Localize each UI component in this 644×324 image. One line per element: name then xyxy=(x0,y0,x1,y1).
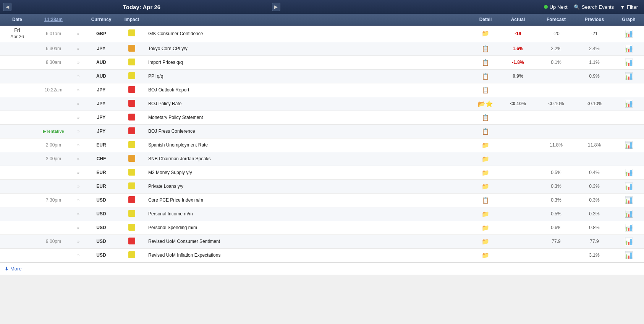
top-bar: ◀ Today: Apr 26 ▶ Up Next 🔍 Search Event… xyxy=(0,0,644,14)
table-row[interactable]: » USD Personal Spending m/m 📁 0.6% 0.8% … xyxy=(0,221,644,235)
next-arrow[interactable]: ▶ xyxy=(272,3,280,11)
event-previous: 2.4% xyxy=(575,44,613,53)
event-previous: 0.4% xyxy=(575,168,613,177)
event-graph[interactable]: 📊 xyxy=(613,181,644,192)
event-name[interactable]: Monetary Policy Statement xyxy=(145,113,472,122)
event-detail[interactable]: 📁 xyxy=(472,154,499,164)
more-link[interactable]: ⬇ More xyxy=(0,262,644,275)
col-header-speaker xyxy=(73,14,84,25)
table-row[interactable]: » USD Personal Income m/m 📁 0.5% 0.3% 📊 xyxy=(0,207,644,221)
event-name[interactable]: SNB Chairman Jordan Speaks xyxy=(145,155,472,163)
event-name[interactable]: Tokyo Core CPI y/y xyxy=(145,44,472,53)
event-detail[interactable]: 📋 xyxy=(472,126,499,137)
event-detail[interactable]: 📁 xyxy=(472,140,499,150)
event-detail[interactable]: 📁 xyxy=(472,168,499,178)
event-name[interactable]: Import Prices q/q xyxy=(145,58,472,67)
event-forecast: 77.9 xyxy=(537,237,575,246)
table-row[interactable]: 7:30pm » USD Core PCE Price Index m/m 📋 … xyxy=(0,194,644,207)
event-name[interactable]: Revised UoM Consumer Sentiment xyxy=(145,237,472,246)
event-detail[interactable]: 📁 xyxy=(472,250,499,261)
event-detail[interactable]: 📋 xyxy=(472,44,499,54)
event-name[interactable]: BOJ Press Conference xyxy=(145,127,472,135)
table-row[interactable]: » AUD PPI q/q 📋 0.9% 0.9% 📊 xyxy=(0,70,644,83)
event-graph[interactable]: 📊 xyxy=(613,139,644,151)
event-detail[interactable]: 📋 xyxy=(472,112,499,123)
event-detail[interactable]: 📁 xyxy=(472,28,499,39)
event-actual xyxy=(499,254,537,257)
event-graph[interactable]: 📊 xyxy=(613,28,644,39)
event-graph[interactable]: 📊 xyxy=(613,222,644,233)
event-graph[interactable] xyxy=(613,88,644,91)
event-currency: EUR xyxy=(84,141,118,149)
event-graph[interactable] xyxy=(613,130,644,133)
search-events-button[interactable]: 🔍 Search Events xyxy=(571,3,617,11)
table-row[interactable]: 6:30am » JPY Tokyo Core CPI y/y 📋 1.6% 2… xyxy=(0,42,644,56)
event-previous: 0.3% xyxy=(575,210,613,218)
event-name[interactable]: Personal Income m/m xyxy=(145,210,472,218)
event-name[interactable]: GfK Consumer Confidence xyxy=(145,29,472,38)
event-graph[interactable]: 📊 xyxy=(613,57,644,68)
event-detail[interactable]: 📁 xyxy=(472,223,499,233)
event-detail[interactable]: 📂⭐ xyxy=(472,99,499,109)
event-name[interactable]: Revised UoM Inflation Expectations xyxy=(145,251,472,259)
event-graph[interactable]: 📊 xyxy=(613,70,644,82)
event-detail[interactable]: 📋 xyxy=(472,57,499,68)
prev-arrow[interactable]: ◀ xyxy=(3,3,11,11)
event-speaker: » xyxy=(73,224,84,231)
filter-icon: ▼ xyxy=(620,4,625,10)
event-detail[interactable]: 📁 xyxy=(472,209,499,219)
event-speaker: » xyxy=(73,182,84,190)
event-impact xyxy=(118,71,145,82)
event-speaker: » xyxy=(73,141,84,149)
table-row[interactable]: » USD Revised UoM Inflation Expectations… xyxy=(0,249,644,262)
event-speaker: » xyxy=(73,86,84,94)
event-graph[interactable]: 📊 xyxy=(613,167,644,178)
event-graph[interactable]: 📊 xyxy=(613,98,644,109)
table-row[interactable]: FriApr 26 6:01am » GBP GfK Consumer Conf… xyxy=(0,26,644,42)
event-name[interactable]: M3 Money Supply y/y xyxy=(145,168,472,177)
event-name[interactable]: Personal Spending m/m xyxy=(145,223,472,232)
table-row[interactable]: » JPY Monetary Policy Statement 📋 xyxy=(0,111,644,125)
up-next-button[interactable]: Up Next xyxy=(541,3,571,11)
event-graph[interactable] xyxy=(613,157,644,160)
table-row[interactable]: 2:00pm » EUR Spanish Unemployment Rate 📁… xyxy=(0,138,644,152)
table-row[interactable]: 8:30am » AUD Import Prices q/q 📋 -1.8% 0… xyxy=(0,56,644,70)
event-graph[interactable]: 📊 xyxy=(613,208,644,220)
event-name[interactable]: Private Loans y/y xyxy=(145,182,472,190)
table-row[interactable]: ▶Tentative » JPY BOJ Press Conference 📋 xyxy=(0,125,644,138)
event-graph[interactable]: 📊 xyxy=(613,249,644,261)
event-forecast xyxy=(537,88,575,91)
col-header-time[interactable]: 11:28am xyxy=(34,14,73,25)
event-previous xyxy=(575,116,613,119)
event-name[interactable]: Spanish Unemployment Rate xyxy=(145,141,472,149)
table-row[interactable]: » EUR M3 Money Supply y/y 📁 0.5% 0.4% 📊 xyxy=(0,166,644,180)
date-cell: FriApr 26 xyxy=(0,26,34,42)
event-currency: AUD xyxy=(84,58,118,67)
event-detail[interactable]: 📁 xyxy=(472,236,499,247)
event-graph[interactable]: 📊 xyxy=(613,236,644,247)
filter-button[interactable]: ▼ Filter xyxy=(617,3,641,11)
event-name[interactable]: PPI q/q xyxy=(145,72,472,80)
table-row[interactable]: 9:00pm » USD Revised UoM Consumer Sentim… xyxy=(0,235,644,249)
event-detail[interactable]: 📁 xyxy=(472,181,499,192)
event-graph[interactable]: 📊 xyxy=(613,43,644,54)
event-impact xyxy=(118,222,145,233)
event-impact xyxy=(118,250,145,261)
event-name[interactable]: BOJ Policy Rate xyxy=(145,99,472,108)
table-row[interactable]: 3:00pm » CHF SNB Chairman Jordan Speaks … xyxy=(0,152,644,166)
event-name[interactable]: Core PCE Price Index m/m xyxy=(145,196,472,204)
table-row[interactable]: » EUR Private Loans y/y 📁 0.3% 0.3% 📊 xyxy=(0,180,644,194)
event-forecast xyxy=(537,130,575,133)
event-detail[interactable]: 📋 xyxy=(472,85,499,95)
event-name[interactable]: BOJ Outlook Report xyxy=(145,86,472,94)
table-row[interactable]: » JPY BOJ Policy Rate 📂⭐ <0.10% <0.10% <… xyxy=(0,97,644,111)
event-previous: 0.9% xyxy=(575,72,613,80)
event-actual xyxy=(499,212,537,215)
event-graph[interactable]: 📊 xyxy=(613,194,644,206)
event-graph[interactable] xyxy=(613,116,644,119)
event-detail[interactable]: 📋 xyxy=(472,195,499,205)
date-cell-empty xyxy=(0,130,34,133)
event-forecast: -20 xyxy=(537,29,575,38)
event-detail[interactable]: 📋 xyxy=(472,71,499,81)
table-row[interactable]: 10:22am » JPY BOJ Outlook Report 📋 xyxy=(0,83,644,97)
